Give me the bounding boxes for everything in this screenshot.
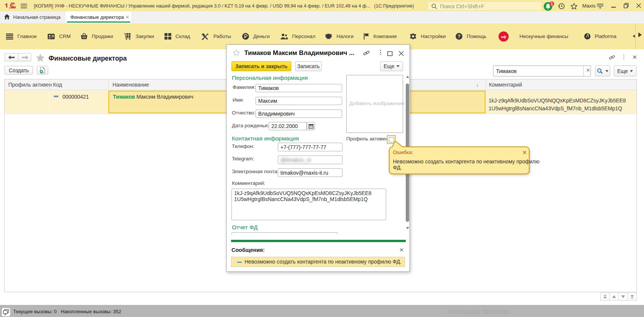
svg-text:1: 1: [551, 2, 553, 6]
svg-text:нф: нф: [501, 35, 506, 39]
svg-text:?: ?: [458, 34, 461, 39]
